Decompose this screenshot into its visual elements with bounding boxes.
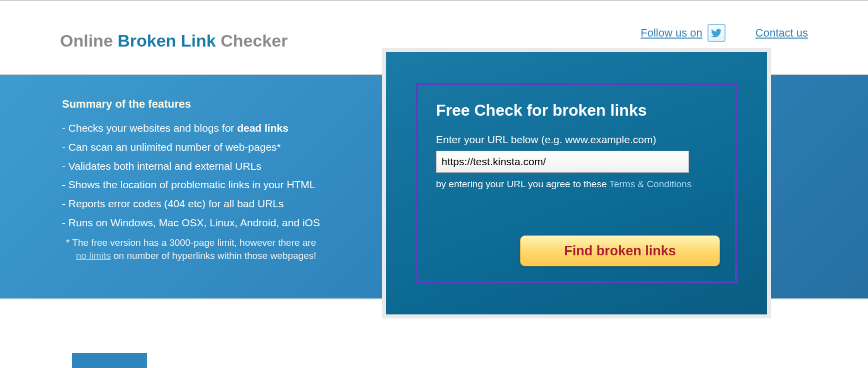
terms-link[interactable]: Terms & Conditions <box>609 179 692 189</box>
logo-text-1: Online <box>60 31 113 50</box>
bottom-accent <box>72 353 147 368</box>
logo-text-3: Checker <box>220 31 288 50</box>
feature-item: - Shows the location of problematic link… <box>62 175 372 194</box>
feature-item: - Validates both internal and external U… <box>62 157 372 176</box>
feature-item: - Runs on Windows, Mac OSX, Linux, Andro… <box>62 213 372 232</box>
panel-title: Free Check for broken links <box>436 101 717 120</box>
feature-item: - Can scan an unlimited number of web-pa… <box>62 138 372 157</box>
feature-item: - Reports error codes (404 etc) for all … <box>62 194 372 213</box>
features-note-line2: no limits on number of hyperlinks within… <box>62 250 372 261</box>
features-title: Summary of the features <box>62 98 372 111</box>
follow-us-link[interactable]: Follow us on <box>640 27 702 40</box>
find-broken-links-button[interactable]: Find broken links <box>520 235 720 266</box>
features-summary: Summary of the features - Checks your we… <box>62 98 372 261</box>
twitter-icon[interactable] <box>708 24 726 42</box>
checker-panel: Free Check for broken links Enter your U… <box>382 48 771 318</box>
no-limits-link[interactable]: no limits <box>76 250 111 261</box>
terms-text: by entering your URL you agree to these … <box>436 179 717 190</box>
url-label: Enter your URL below (e.g. www.example.c… <box>436 134 717 146</box>
logo-text-2: Broken Link <box>118 31 216 50</box>
checker-panel-inner: Free Check for broken links Enter your U… <box>416 83 737 283</box>
url-input[interactable] <box>436 151 689 173</box>
site-logo: Online Broken Link Checker <box>60 21 288 51</box>
feature-item: - Checks your websites and blogs for dea… <box>62 119 372 138</box>
features-note-line1: * The free version has a 3000-page limit… <box>62 237 372 248</box>
contact-us-link[interactable]: Contact us <box>756 27 808 40</box>
